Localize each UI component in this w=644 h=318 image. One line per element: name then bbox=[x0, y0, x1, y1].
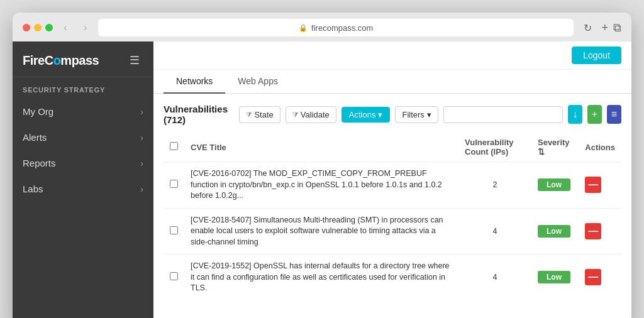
download-button[interactable]: ↓ bbox=[568, 105, 582, 124]
sidebar-item-labs[interactable]: Labs › bbox=[13, 176, 153, 202]
download-icon: ↓ bbox=[572, 109, 577, 120]
app-body: FireCompass ☰ SECURITY STRATEGY My Org ›… bbox=[13, 41, 631, 318]
filters-button[interactable]: Filters ▾ bbox=[395, 106, 438, 123]
delete-button[interactable]: — bbox=[585, 177, 601, 193]
count-cell: 4 bbox=[458, 208, 531, 255]
window-icon[interactable]: ⧉ bbox=[613, 21, 621, 35]
vuln-count-title: Vulnerabilities (712) bbox=[164, 104, 231, 125]
actions-cell: — bbox=[579, 208, 621, 255]
hamburger-button[interactable]: ☰ bbox=[126, 52, 143, 69]
tab-web-apps[interactable]: Web Apps bbox=[225, 70, 291, 94]
validate-filter-label: Validate bbox=[301, 110, 330, 119]
chevron-right-icon: › bbox=[140, 158, 143, 168]
cve-text: [CVE-2016-0702] The MOD_EXP_CTIME_COPY_F… bbox=[191, 169, 442, 200]
dropdown-icon: ▾ bbox=[378, 110, 382, 119]
sidebar-item-label: Alerts bbox=[23, 132, 47, 143]
search-input[interactable] bbox=[443, 106, 563, 123]
url-text: firecompass.com bbox=[311, 23, 373, 33]
actions-button[interactable]: Actions ▾ bbox=[341, 107, 391, 123]
chevron-right-icon: › bbox=[140, 184, 143, 194]
row-checkbox[interactable] bbox=[170, 272, 178, 280]
severity-cell: Low bbox=[531, 208, 579, 255]
sidebar-item-alerts[interactable]: Alerts › bbox=[13, 124, 153, 150]
header-severity[interactable]: Severity ⇅ bbox=[531, 133, 579, 162]
sidebar-item-label: My Org bbox=[23, 106, 53, 117]
toolbar-row: Vulnerabilities (712) ⧩ State ⧩ Validate… bbox=[164, 104, 621, 125]
severity-badge: Low bbox=[538, 225, 570, 238]
menu-button[interactable]: ≡ bbox=[607, 105, 621, 124]
cve-text: [CVE-2018-5407] Simultaneous Multi-threa… bbox=[191, 216, 443, 246]
sidebar-section-label: SECURITY STRATEGY bbox=[13, 77, 153, 99]
dropdown-icon: ▾ bbox=[427, 110, 431, 119]
severity-badge: Low bbox=[538, 178, 570, 191]
cve-title-cell: [CVE-2019-1552] OpenSSL has internal def… bbox=[184, 255, 458, 300]
state-filter-button[interactable]: ⧩ State bbox=[239, 106, 280, 123]
row-checkbox[interactable] bbox=[170, 226, 178, 234]
sidebar: FireCompass ☰ SECURITY STRATEGY My Org ›… bbox=[13, 41, 153, 318]
actions-cell: — bbox=[579, 255, 621, 300]
funnel-icon: ⧩ bbox=[292, 111, 298, 119]
severity-cell: Low bbox=[531, 162, 579, 209]
sidebar-header: FireCompass ☰ bbox=[13, 41, 153, 77]
cve-title-cell: [CVE-2018-5407] Simultaneous Multi-threa… bbox=[184, 208, 458, 255]
row-checkbox-cell bbox=[164, 208, 184, 255]
tabs-bar: Networks Web Apps bbox=[153, 70, 631, 94]
table-header-row: CVE Title Vulnerability Count (IPs) Seve… bbox=[164, 133, 621, 162]
count-cell: 4 bbox=[458, 255, 531, 300]
count-cell: 2 bbox=[458, 162, 531, 209]
sidebar-item-my-org[interactable]: My Org › bbox=[13, 99, 153, 124]
logo-compass: o bbox=[53, 53, 61, 67]
sidebar-item-label: Reports bbox=[23, 158, 56, 168]
validate-filter-button[interactable]: ⧩ Validate bbox=[286, 106, 336, 123]
funnel-icon: ⧩ bbox=[246, 111, 252, 119]
browser-chrome: ‹ › 🔒 firecompass.com ↻ + ⧉ bbox=[13, 13, 631, 41]
table-row: [CVE-2018-5407] Simultaneous Multi-threa… bbox=[164, 208, 621, 255]
cve-title-cell: [CVE-2016-0702] The MOD_EXP_CTIME_COPY_F… bbox=[184, 162, 458, 209]
severity-badge: Low bbox=[538, 271, 570, 283]
sidebar-item-label: Labs bbox=[23, 184, 43, 194]
table-row: [CVE-2016-0702] The MOD_EXP_CTIME_COPY_F… bbox=[164, 162, 621, 209]
filters-label: Filters bbox=[402, 110, 424, 119]
browser-toolbar: ‹ › 🔒 firecompass.com ↻ + ⧉ bbox=[23, 19, 621, 41]
add-icon: + bbox=[592, 109, 597, 120]
add-button[interactable]: + bbox=[587, 105, 602, 124]
cve-text: [CVE-2019-1552] OpenSSL has internal def… bbox=[191, 261, 450, 292]
delete-button[interactable]: — bbox=[585, 269, 601, 285]
header-vuln-count: Vulnerability Count (IPs) bbox=[458, 133, 531, 162]
new-tab-icon[interactable]: + bbox=[601, 21, 608, 35]
menu-icon: ≡ bbox=[611, 109, 617, 120]
severity-cell: Low bbox=[531, 255, 579, 300]
chevron-right-icon: › bbox=[140, 133, 143, 143]
traffic-lights bbox=[23, 24, 53, 31]
row-checkbox-cell bbox=[164, 255, 184, 300]
content-area: Vulnerabilities (712) ⧩ State ⧩ Validate… bbox=[153, 94, 631, 318]
select-all-checkbox[interactable] bbox=[170, 142, 178, 150]
close-button[interactable] bbox=[23, 24, 30, 31]
delete-button[interactable]: — bbox=[585, 223, 601, 239]
table-row: [CVE-2019-1552] OpenSSL has internal def… bbox=[164, 255, 621, 300]
sort-icon: ⇅ bbox=[538, 147, 545, 156]
browser-window: ‹ › 🔒 firecompass.com ↻ + ⧉ FireCompass … bbox=[13, 13, 631, 318]
maximize-button[interactable] bbox=[45, 24, 53, 31]
address-bar[interactable]: 🔒 firecompass.com bbox=[98, 19, 574, 36]
header-actions: Actions bbox=[579, 133, 621, 162]
back-button[interactable]: ‹ bbox=[58, 20, 73, 35]
state-filter-label: State bbox=[254, 110, 273, 119]
minimize-button[interactable] bbox=[34, 24, 42, 31]
app-header: Logout bbox=[153, 41, 631, 70]
actions-label: Actions bbox=[349, 110, 376, 119]
logout-button[interactable]: Logout bbox=[572, 47, 621, 64]
browser-actions: + ⧉ bbox=[601, 21, 621, 35]
refresh-button[interactable]: ↻ bbox=[579, 19, 596, 36]
header-checkbox-cell bbox=[164, 133, 184, 162]
header-cve-title: CVE Title bbox=[184, 133, 458, 162]
vulnerabilities-table: CVE Title Vulnerability Count (IPs) Seve… bbox=[164, 133, 621, 300]
row-checkbox[interactable] bbox=[170, 180, 178, 188]
main-content: Logout Networks Web Apps Vulnerabilities… bbox=[153, 41, 631, 318]
logo: FireCompass bbox=[23, 53, 99, 68]
forward-button[interactable]: › bbox=[78, 20, 93, 35]
tab-networks[interactable]: Networks bbox=[164, 70, 225, 94]
actions-cell: — bbox=[579, 162, 621, 209]
chevron-right-icon: › bbox=[140, 107, 143, 117]
sidebar-item-reports[interactable]: Reports › bbox=[13, 150, 153, 176]
